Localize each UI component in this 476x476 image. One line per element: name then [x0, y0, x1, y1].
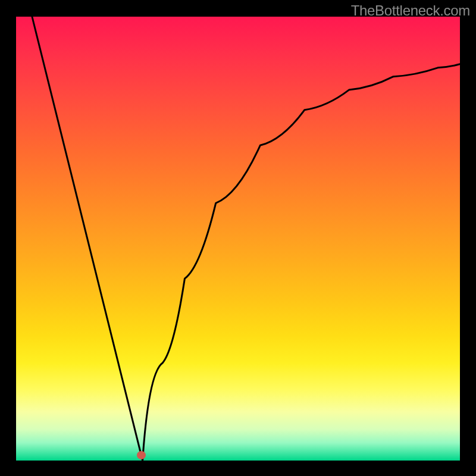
chart-frame: TheBottleneck.com: [0, 0, 476, 476]
watermark-text: TheBottleneck.com: [351, 2, 470, 19]
curve-overlay: [16, 17, 460, 461]
plot-area: [16, 17, 460, 461]
minimum-marker: [137, 451, 146, 459]
bottleneck-curve: [32, 17, 460, 461]
